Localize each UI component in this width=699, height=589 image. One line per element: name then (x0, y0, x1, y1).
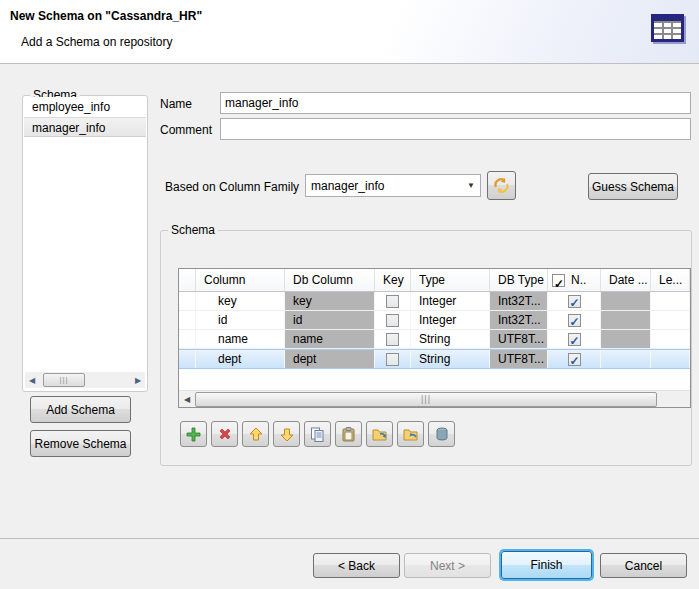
paste-button[interactable] (335, 421, 362, 447)
schema-table-group-label: Schema (168, 223, 218, 237)
nullable-checkbox[interactable] (568, 353, 581, 366)
table-header-row: Column Db Column Key Type DB Type N.. Da… (179, 269, 690, 292)
guess-schema-button[interactable]: Guess Schema (588, 173, 678, 200)
delete-row-button[interactable] (211, 421, 238, 447)
nullable-checkbox[interactable] (568, 314, 581, 327)
schema-table-group: Schema Column Db Column Key Type DB Type… (160, 230, 692, 466)
cell-db-column: name (285, 330, 375, 348)
header-type: Type (411, 269, 490, 291)
key-checkbox[interactable] (386, 314, 399, 327)
cell-type[interactable]: String (411, 330, 490, 348)
move-down-button[interactable] (273, 421, 300, 447)
schema-table: Column Db Column Key Type DB Type N.. Da… (178, 268, 691, 408)
database-icon (436, 427, 448, 441)
back-button[interactable]: < Back (313, 553, 400, 578)
cell-column[interactable]: key (196, 292, 285, 310)
footer-separator (0, 538, 699, 539)
comment-label: Comment (160, 123, 212, 137)
cell-db-type: Int32T... (490, 292, 548, 310)
based-on-column-family-label: Based on Column Family (165, 180, 299, 194)
import-icon (403, 427, 419, 442)
add-row-button[interactable] (180, 421, 207, 447)
cell-column[interactable]: dept (196, 350, 285, 368)
delete-icon (218, 427, 232, 441)
cell-type[interactable]: Integer (411, 311, 490, 329)
cell-date (601, 311, 651, 329)
header-column: Column (196, 269, 285, 291)
scrollbar-thumb[interactable]: ||| (195, 392, 657, 407)
chevron-down-icon[interactable]: ▼ (462, 181, 480, 190)
next-button[interactable]: Next > (404, 553, 491, 578)
arrow-up-icon (249, 427, 263, 442)
refresh-button[interactable] (487, 171, 516, 200)
cell-length[interactable] (651, 350, 690, 368)
scroll-right-icon[interactable]: ▶ (131, 376, 145, 385)
column-family-dropdown[interactable]: manager_info ▼ (305, 174, 481, 197)
page-title: New Schema on "Cassandra_HR" (10, 9, 202, 23)
table-row-name[interactable]: name name String UTF8T... (179, 330, 690, 349)
header-db-column: Db Column (285, 269, 375, 291)
cell-type[interactable]: String (411, 350, 490, 368)
move-up-button[interactable] (242, 421, 269, 447)
column-family-value: manager_info (306, 179, 462, 193)
refresh-icon (493, 177, 510, 194)
export-icon (372, 427, 388, 442)
table-hscrollbar[interactable]: ◀ ||| (179, 390, 690, 407)
schema-list: employee_info manager_info (24, 97, 146, 362)
key-checkbox[interactable] (386, 295, 399, 308)
cell-db-column: key (285, 292, 375, 310)
cell-length[interactable] (651, 311, 690, 329)
copy-icon (310, 427, 325, 442)
cell-db-type: Int32T... (490, 311, 548, 329)
comment-input[interactable] (220, 118, 691, 140)
header-date: Date ... (601, 269, 651, 291)
header-db-type: DB Type (490, 269, 548, 291)
page-subtitle: Add a Schema on repository (21, 35, 172, 49)
table-row-id[interactable]: id id Integer Int32T... (179, 311, 690, 330)
cell-column[interactable]: id (196, 311, 285, 329)
name-input[interactable] (220, 92, 691, 114)
schema-toolbar (180, 421, 455, 447)
cell-db-type: UTF8T... (490, 350, 548, 368)
export-button[interactable] (366, 421, 393, 447)
cell-db-column: id (285, 311, 375, 329)
nullable-select-all-checkbox[interactable] (552, 274, 565, 287)
table-row-key[interactable]: key key Integer Int32T... (179, 292, 690, 311)
nullable-checkbox[interactable] (568, 295, 581, 308)
cell-length[interactable] (651, 330, 690, 348)
cell-length[interactable] (651, 292, 690, 310)
schema-list-item-employee-info[interactable]: employee_info (24, 97, 146, 117)
add-schema-button[interactable]: Add Schema (30, 396, 131, 423)
table-row-dept[interactable]: dept dept String UTF8T... (179, 349, 690, 369)
arrow-down-icon (280, 427, 294, 442)
schema-list-group: Schema employee_info manager_info ◀ ||| … (22, 95, 148, 392)
scrollbar-thumb[interactable]: ||| (43, 373, 85, 387)
key-checkbox[interactable] (386, 333, 399, 346)
cancel-button[interactable]: Cancel (600, 553, 687, 578)
schema-list-item-manager-info[interactable]: manager_info (24, 117, 146, 137)
paste-icon (341, 427, 356, 442)
import-button[interactable] (397, 421, 424, 447)
scroll-left-icon[interactable]: ◀ (25, 376, 39, 385)
cell-db-type: UTF8T... (490, 330, 548, 348)
name-label: Name (160, 97, 192, 111)
reset-db-types-button[interactable] (428, 421, 455, 447)
scroll-left-icon[interactable]: ◀ (179, 395, 195, 404)
cell-column[interactable]: name (196, 330, 285, 348)
cell-db-column: dept (285, 350, 375, 368)
key-checkbox[interactable] (386, 353, 399, 366)
table-grid-icon (650, 11, 690, 49)
dialog-banner: New Schema on "Cassandra_HR" Add a Schem… (0, 0, 699, 64)
new-schema-dialog: New Schema on "Cassandra_HR" Add a Schem… (0, 0, 699, 589)
cell-date (601, 330, 651, 348)
schema-list-hscrollbar[interactable]: ◀ ||| ▶ (25, 372, 145, 388)
cell-type[interactable]: Integer (411, 292, 490, 310)
plus-icon (186, 427, 201, 442)
copy-button[interactable] (304, 421, 331, 447)
finish-button[interactable]: Finish (501, 551, 592, 579)
cell-date (601, 292, 651, 310)
header-nullable: N.. (571, 269, 586, 291)
nullable-checkbox[interactable] (568, 333, 581, 346)
remove-schema-button[interactable]: Remove Schema (30, 430, 131, 457)
cell-date (601, 350, 651, 368)
